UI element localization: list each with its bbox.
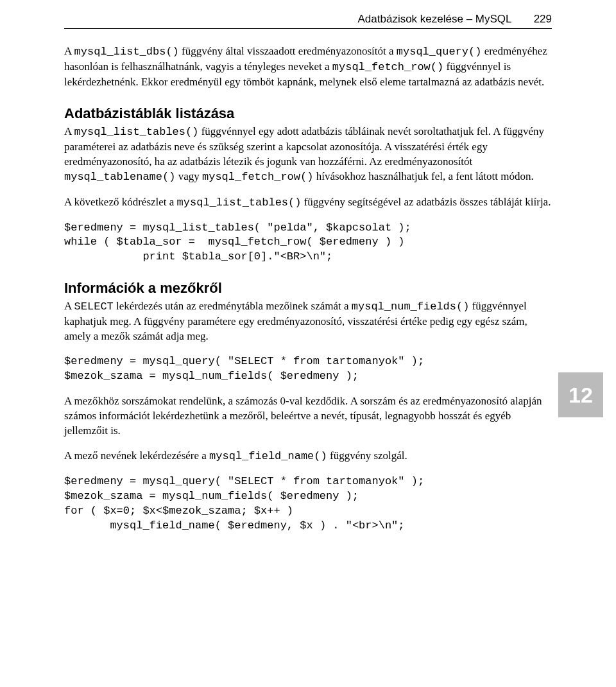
text: függvény által visszaadott eredményazono… xyxy=(179,45,397,57)
code-inline: mysql_list_tables() xyxy=(177,196,302,209)
code-inline: SELECT xyxy=(74,300,114,313)
section-heading-tables: Adatbázistáblák listázása xyxy=(64,105,552,122)
chapter-number-tab: 12 xyxy=(558,372,603,417)
text: A következő kódrészlet a xyxy=(64,196,177,208)
running-header: Adatbázisok kezelése – MySQL 229 xyxy=(64,13,552,29)
page-container: Adatbázisok kezelése – MySQL 229 A mysql… xyxy=(0,0,616,687)
section-heading-fields: Információk a mezőkről xyxy=(64,280,552,297)
text: lekérdezés után az eredménytábla mezőine… xyxy=(114,300,352,312)
text: A xyxy=(64,125,74,137)
section2-paragraph-2: A mezőkhöz sorszámokat rendelünk, a szám… xyxy=(64,394,552,439)
intro-paragraph: A mysql_list_dbs() függvény által vissza… xyxy=(64,44,552,90)
code-block-2: $eredmeny = mysql_query( "SELECT * from … xyxy=(64,354,552,384)
section2-paragraph-1: A SELECT lekérdezés után az eredménytábl… xyxy=(64,299,552,344)
code-block-3: $eredmeny = mysql_query( "SELECT * from … xyxy=(64,474,552,534)
code-inline: mysql_tablename() xyxy=(64,171,175,183)
code-inline: mysql_list_tables() xyxy=(74,126,199,138)
code-inline: mysql_field_name() xyxy=(209,450,327,462)
text: A mező nevének lekérdezésére a xyxy=(64,449,209,462)
page-number: 229 xyxy=(534,13,552,25)
section1-paragraph-2: A következő kódrészlet a mysql_list_tabl… xyxy=(64,195,552,211)
text: A xyxy=(64,45,74,57)
code-inline: mysql_list_dbs() xyxy=(74,46,179,58)
text: függvény segítségével az adatbázis össze… xyxy=(301,196,551,208)
section1-paragraph-1: A mysql_list_tables() függvénnyel egy ad… xyxy=(64,125,552,185)
code-inline: mysql_fetch_row() xyxy=(202,171,313,183)
code-inline: mysql_query() xyxy=(397,46,482,58)
code-block-1: $eredmeny = mysql_list_tables( "pelda", … xyxy=(64,221,552,265)
code-inline: mysql_num_fields() xyxy=(352,300,470,313)
section2-paragraph-3: A mező nevének lekérdezésére a mysql_fie… xyxy=(64,449,552,464)
text: hívásokhoz használhatjuk fel, a fent lát… xyxy=(313,170,533,182)
text: A xyxy=(64,300,74,312)
header-title: Adatbázisok kezelése – MySQL xyxy=(358,13,511,25)
code-inline: mysql_fetch_row() xyxy=(332,61,443,73)
text: függvény szolgál. xyxy=(327,449,407,462)
text: vagy xyxy=(175,170,202,182)
